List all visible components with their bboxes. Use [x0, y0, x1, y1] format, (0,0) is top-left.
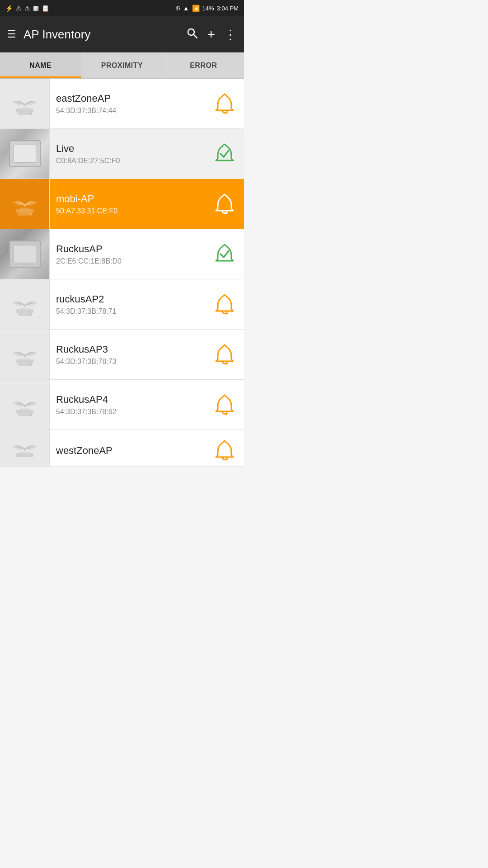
tab-error[interactable]: ERROR [163, 52, 244, 78]
ap-info: Live C0:8A:DE:27:5C:F0 [50, 143, 211, 165]
svg-rect-3 [20, 107, 29, 109]
list-item[interactable]: ruckusAP2 54:3D:37:3B:78:71 [0, 279, 244, 330]
svg-rect-13 [20, 308, 29, 310]
ap-mac: 54:3D:37:3B:78:73 [56, 358, 205, 366]
wifi-status-icon: ▲ [183, 5, 189, 12]
list-item[interactable]: RuckusAP3 54:3D:37:3B:78:73 [0, 330, 244, 380]
ap-info: mobi-AP 50:A7:33:31:CE:F0 [50, 193, 211, 215]
list-item[interactable]: RuckusAP 2C:E6:CC:1E:8B:D0 [0, 229, 244, 279]
status-right-icons: 𝔅 ▲ 📶 14% 3:04 PM [175, 5, 239, 12]
svg-rect-23 [20, 408, 29, 410]
ap-info: westZoneAP [50, 438, 211, 459]
svg-point-24 [23, 405, 26, 407]
ap-name: ruckusAP2 [56, 293, 205, 305]
tab-name[interactable]: NAME [0, 52, 81, 78]
sim-icon: ▦ [33, 5, 39, 12]
svg-point-19 [23, 354, 26, 357]
ap-thumbnail [0, 430, 50, 466]
add-icon[interactable]: + [207, 27, 215, 42]
warning2-icon: ⚠ [24, 5, 30, 12]
photo-inner [0, 129, 49, 179]
list-item[interactable]: westZoneAP [0, 430, 244, 467]
ap-status-icon[interactable] [211, 433, 244, 463]
ap-status-icon[interactable] [211, 392, 244, 418]
ap-status-icon[interactable] [211, 141, 244, 167]
ap-name: RuckusAP3 [56, 344, 205, 355]
ap-thumbnail [0, 79, 50, 128]
ap-thumbnail [0, 179, 50, 229]
more-options-icon[interactable]: ⋮ [224, 27, 237, 42]
ap-mac: 50:A7:33:31:CE:F0 [56, 207, 205, 215]
ap-thumbnail [0, 129, 50, 179]
photo-inner [0, 229, 49, 279]
ap-name: eastZoneAP [56, 93, 205, 104]
ap-status-icon[interactable] [211, 291, 244, 317]
svg-rect-8 [20, 208, 29, 209]
ap-mac: 54:3D:37:3B:78:71 [56, 307, 205, 316]
ap-info: ruckusAP2 54:3D:37:3B:78:71 [50, 293, 211, 316]
svg-point-16 [29, 313, 31, 315]
ap-mac: 2C:E6:CC:1E:8B:D0 [56, 257, 205, 265]
list-item[interactable]: RuckusAP4 54:3D:37:3B:78:62 [0, 380, 244, 430]
ap-mac: 54:3D:37:3B:78:62 [56, 408, 205, 416]
ap-info: RuckusAP 2C:E6:CC:1E:8B:D0 [50, 243, 211, 265]
app-bar-actions: + ⋮ [186, 27, 237, 42]
list-item[interactable]: Live C0:8A:DE:27:5C:F0 [0, 129, 244, 179]
svg-point-4 [23, 104, 26, 106]
svg-point-14 [23, 304, 26, 307]
ap-thumbnail [0, 229, 50, 279]
svg-point-9 [23, 204, 26, 206]
app-bar: ☰ AP Inventory + ⋮ [0, 16, 244, 52]
warning1-icon: ⚠ [16, 5, 22, 12]
signal-icon: 📶 [192, 5, 200, 12]
ap-name: westZoneAP [56, 445, 205, 457]
ap-thumbnail [0, 330, 50, 379]
svg-point-26 [29, 414, 31, 415]
battery-level: 14% [202, 5, 214, 12]
ap-name: Live [56, 143, 205, 155]
ap-thumbnail [0, 279, 50, 329]
ap-status-icon[interactable] [211, 241, 244, 267]
ap-thumbnail [0, 380, 50, 429]
ap-mac: C0:8A:DE:27:5C:F0 [56, 157, 205, 165]
svg-point-6 [29, 113, 31, 114]
svg-line-1 [194, 35, 197, 38]
ap-mac: 54:3D:37:3B:74:44 [56, 107, 205, 115]
ap-name: RuckusAP4 [56, 394, 205, 406]
svg-rect-18 [20, 358, 29, 360]
tabs-bar: NAME PROXIMITY ERROR [0, 52, 244, 79]
ap-status-icon[interactable] [211, 90, 244, 117]
svg-point-29 [23, 448, 26, 450]
menu-icon[interactable]: ☰ [7, 28, 16, 40]
ap-name: mobi-AP [56, 193, 205, 205]
svg-point-11 [29, 213, 31, 215]
ap-info: RuckusAP4 54:3D:37:3B:78:62 [50, 394, 211, 416]
ap-name: RuckusAP [56, 243, 205, 255]
search-icon[interactable] [186, 27, 198, 42]
list-item[interactable]: eastZoneAP 54:3D:37:3B:74:44 [0, 79, 244, 129]
svg-point-21 [29, 363, 31, 365]
page-title: AP Inventory [23, 28, 179, 42]
status-left-icons: ⚡ ⚠ ⚠ ▦ 📋 [5, 5, 49, 12]
usb-icon: ⚡ [5, 5, 13, 12]
ap-info: eastZoneAP 54:3D:37:3B:74:44 [50, 93, 211, 115]
status-bar: ⚡ ⚠ ⚠ ▦ 📋 𝔅 ▲ 📶 14% 3:04 PM [0, 0, 244, 16]
ap-status-icon[interactable] [211, 191, 244, 217]
ap-status-icon[interactable] [211, 341, 244, 368]
clipboard-icon: 📋 [42, 5, 49, 12]
ap-list: eastZoneAP 54:3D:37:3B:74:44 Live C0:8A:… [0, 79, 244, 467]
svg-rect-28 [20, 452, 29, 453]
ap-info: RuckusAP3 54:3D:37:3B:78:73 [50, 344, 211, 366]
time-display: 3:04 PM [217, 5, 239, 12]
list-item[interactable]: mobi-AP 50:A7:33:31:CE:F0 [0, 179, 244, 229]
tab-proximity[interactable]: PROXIMITY [81, 52, 163, 78]
bluetooth-icon: 𝔅 [175, 5, 180, 12]
